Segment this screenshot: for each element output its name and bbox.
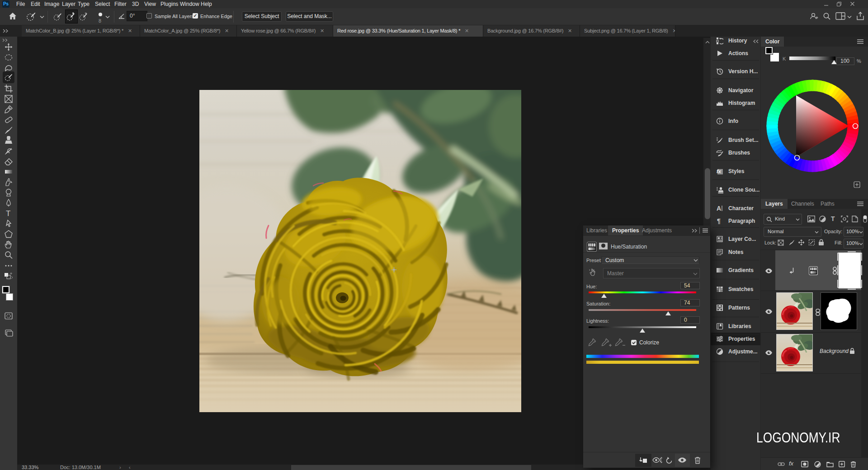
svg-text:¶: ¶ [717,217,721,225]
svg-text:fx: fx [717,169,722,174]
svg-text:A: A [717,205,721,212]
svg-text:T: T [6,209,10,218]
